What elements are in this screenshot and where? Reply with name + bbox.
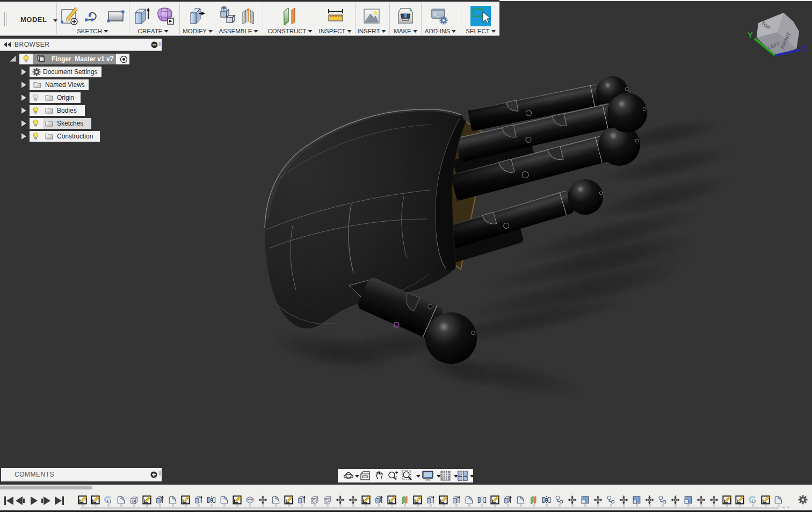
svg-text:>_: >_ [433,12,439,18]
svg-text:Z: Z [802,43,807,53]
svg-text:Y: Y [748,30,753,39]
svg-text:-: - [396,473,398,479]
